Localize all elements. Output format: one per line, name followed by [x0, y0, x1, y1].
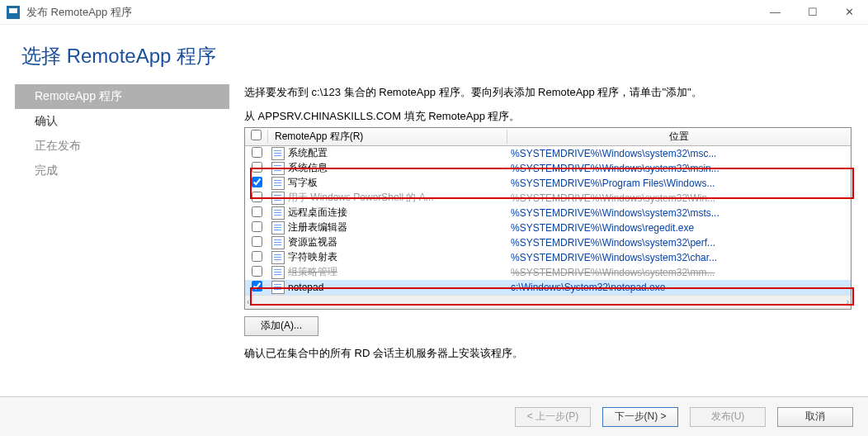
row-checkbox[interactable] [252, 266, 262, 277]
table-row[interactable]: 写字板%SYSTEMDRIVE%\Program Files\Windows..… [245, 176, 851, 191]
program-icon [271, 221, 285, 235]
program-name: 写字板 [288, 176, 318, 190]
table-row[interactable]: 组策略管理%SYSTEMDRIVE%\Windows\system32\mm..… [245, 265, 851, 280]
add-button[interactable]: 添加(A)... [244, 316, 318, 336]
row-checkbox[interactable] [252, 177, 262, 187]
program-location: %SYSTEMDRIVE%\Windows\system32\msc... [507, 148, 851, 159]
step-publishing: 正在发布 [15, 134, 229, 159]
publish-button[interactable]: 发布(U) [690, 407, 766, 427]
row-checkbox[interactable] [252, 192, 262, 202]
step-remoteapp[interactable]: RemoteApp 程序 [15, 84, 229, 109]
minimize-button[interactable]: — [757, 0, 794, 25]
program-location: %SYSTEMDRIVE%\Windows\system32\perf... [507, 237, 851, 249]
table-header: RemoteApp 程序(R) 位置 [245, 128, 851, 146]
table-row[interactable]: 用于 Windows PowerShell 的 A...%SYSTEMDRIVE… [245, 191, 851, 206]
header-location[interactable]: 位置 [507, 130, 851, 144]
program-name: 用于 Windows PowerShell 的 A... [288, 191, 434, 205]
app-icon [7, 6, 20, 19]
header-checkbox-col[interactable] [245, 130, 268, 143]
programs-table: RemoteApp 程序(R) 位置 系统配置%SYSTEMDRIVE%\Win… [244, 127, 851, 310]
step-complete: 完成 [15, 159, 229, 183]
close-button[interactable]: ✕ [831, 0, 868, 25]
maximize-button[interactable]: ☐ [794, 0, 831, 25]
row-checkbox[interactable] [252, 221, 262, 232]
title-bar: 发布 RemoteApp 程序 — ☐ ✕ [0, 0, 868, 25]
program-location: %SYSTEMDRIVE%\Windows\system32\char... [507, 252, 851, 263]
wizard-footer: < 上一步(P) 下一步(N) > 发布(U) 取消 [0, 396, 868, 436]
row-checkbox[interactable] [252, 236, 262, 247]
program-name: 资源监视器 [288, 235, 337, 249]
instruction-text: 选择要发布到 c:\123 集合的 RemoteApp 程序。要向列表添加 Re… [244, 84, 851, 101]
program-name: 组策略管理 [288, 265, 337, 279]
program-icon [271, 147, 285, 160]
cancel-button[interactable]: 取消 [777, 407, 853, 427]
program-icon [271, 192, 285, 205]
table-row[interactable]: 注册表编辑器%SYSTEMDRIVE%\Windows\regedit.exe [245, 220, 851, 235]
row-checkbox[interactable] [252, 251, 262, 262]
program-name: 远程桌面连接 [288, 206, 347, 220]
program-location: %SYSTEMDRIVE%\Windows\system32\msin... [507, 163, 851, 174]
select-all-checkbox[interactable] [251, 130, 262, 140]
window-controls: — ☐ ✕ [757, 0, 868, 25]
scroll-right-icon[interactable]: › [847, 297, 849, 306]
row-checkbox[interactable] [252, 162, 262, 173]
program-name: notepad [288, 282, 323, 293]
table-row[interactable]: 资源监视器%SYSTEMDRIVE%\Windows\system32\perf… [245, 235, 851, 250]
program-name: 字符映射表 [288, 250, 337, 264]
table-row[interactable]: 字符映射表%SYSTEMDRIVE%\Windows\system32\char… [245, 250, 851, 265]
row-checkbox[interactable] [252, 206, 262, 217]
wizard-steps-sidebar: RemoteApp 程序 确认 正在发布 完成 [15, 84, 229, 396]
step-confirm[interactable]: 确认 [15, 109, 229, 134]
page-title: 选择 RemoteApp 程序 [21, 43, 853, 69]
row-checkbox[interactable] [252, 147, 262, 158]
program-icon [271, 266, 285, 279]
header-name[interactable]: RemoteApp 程序(R) [268, 130, 507, 144]
table-row[interactable]: notepadc:\Windows\System32\notepad.exe [245, 280, 851, 295]
program-icon [271, 236, 285, 249]
program-location: %SYSTEMDRIVE%\Windows\regedit.exe [507, 222, 851, 234]
program-location: %SYSTEMDRIVE%\Windows\system32\Win... [507, 192, 851, 204]
populate-source-text: 从 APPSRV.CHINASKILLS.COM 填充 RemoteApp 程序… [244, 109, 851, 124]
table-body[interactable]: 系统配置%SYSTEMDRIVE%\Windows\system32\msc..… [245, 146, 851, 295]
program-name: 注册表编辑器 [288, 220, 347, 235]
table-row[interactable]: 系统配置%SYSTEMDRIVE%\Windows\system32\msc..… [245, 146, 851, 161]
program-icon [271, 281, 285, 294]
program-location: %SYSTEMDRIVE%\Windows\system32\msts... [507, 207, 851, 219]
window-title: 发布 RemoteApp 程序 [26, 5, 757, 20]
row-checkbox[interactable] [252, 281, 262, 291]
program-location: %SYSTEMDRIVE%\Program Files\Windows... [507, 178, 851, 189]
program-icon [271, 177, 285, 190]
scroll-left-icon[interactable]: ‹ [247, 297, 249, 306]
next-button[interactable]: 下一步(N) > [602, 407, 678, 427]
table-row[interactable]: 远程桌面连接%SYSTEMDRIVE%\Windows\system32\mst… [245, 206, 851, 220]
table-row[interactable]: 系统信息%SYSTEMDRIVE%\Windows\system32\msin.… [245, 161, 851, 176]
program-icon [271, 162, 285, 175]
confirm-note: 确认已在集合中的所有 RD 会话主机服务器上安装该程序。 [244, 346, 851, 361]
program-location: %SYSTEMDRIVE%\Windows\system32\mm... [507, 267, 851, 278]
program-icon [271, 206, 285, 220]
program-name: 系统配置 [288, 146, 328, 160]
horizontal-scrollbar[interactable]: ‹ › [245, 295, 851, 309]
previous-button[interactable]: < 上一步(P) [515, 407, 591, 427]
program-location: c:\Windows\System32\notepad.exe [507, 282, 851, 293]
program-icon [271, 251, 285, 264]
program-name: 系统信息 [288, 161, 328, 175]
